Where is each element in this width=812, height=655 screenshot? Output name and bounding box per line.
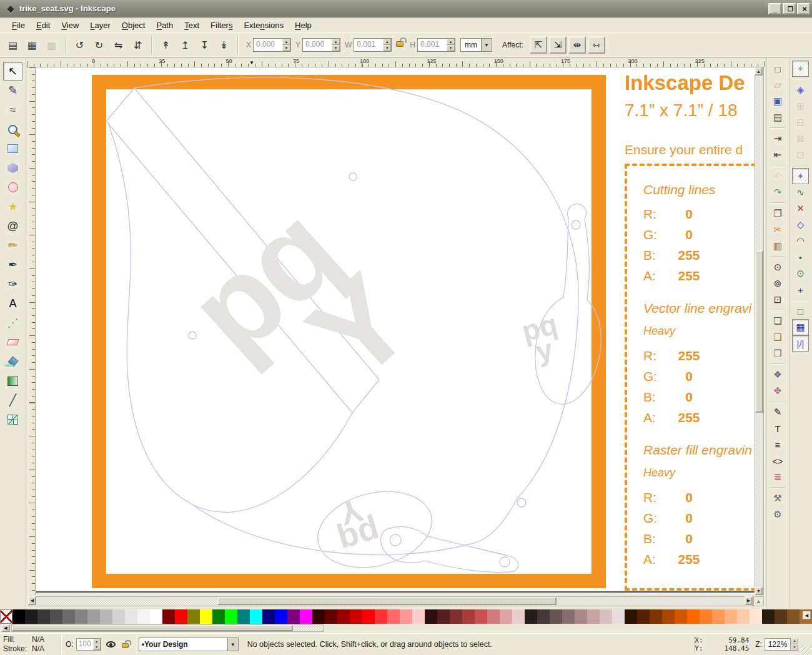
window-resize-grip[interactable] [801, 645, 811, 655]
layers-dialog-button[interactable]: ≡ [770, 436, 786, 453]
menu-text[interactable]: Text [179, 19, 205, 31]
horizontal-scrollbar[interactable]: ◀ ▶ [28, 596, 753, 606]
pen-tool[interactable]: ✒ [3, 255, 22, 274]
palette-scrollbar-thumb[interactable] [12, 625, 293, 631]
snap-nodes-button[interactable]: ⌖ [792, 168, 809, 184]
color-swatch[interactable] [512, 609, 525, 624]
x-field-input[interactable]: 0.000▲▼ [253, 38, 291, 52]
color-swatch[interactable] [437, 609, 450, 624]
scroll-down-icon[interactable]: ▼ [755, 587, 763, 595]
duplicate-button[interactable]: ❏ [770, 313, 786, 329]
zoom-spin-buttons[interactable]: ▲▼ [791, 638, 798, 651]
spin-up-icon[interactable]: ▲ [93, 639, 101, 644]
color-swatch[interactable] [775, 609, 787, 624]
new-document-button[interactable]: □ [770, 61, 786, 77]
color-swatch[interactable] [12, 609, 25, 624]
lock-ratio-icon[interactable] [396, 41, 404, 47]
color-swatch[interactable] [425, 609, 437, 624]
color-swatch[interactable] [787, 609, 800, 624]
opacity-spin-buttons[interactable]: ▲▼ [93, 639, 101, 650]
color-swatch[interactable] [712, 609, 725, 624]
zoom-tool[interactable] [3, 120, 22, 139]
spin-down-icon[interactable]: ▼ [332, 45, 340, 51]
color-managed-view-toggle[interactable]: ▲ [753, 596, 764, 606]
spin-down-icon[interactable]: ▼ [93, 644, 101, 650]
undo-button[interactable]: ↶ [770, 168, 786, 184]
color-swatch[interactable] [662, 609, 675, 624]
snap-bbox-edge-midpoints-button[interactable]: ⊠ [792, 131, 809, 147]
w-field-spin-buttons[interactable]: ▲▼ [383, 39, 391, 51]
color-swatch[interactable] [600, 609, 612, 624]
snap-bbox-edges-button[interactable]: ⊞ [792, 98, 809, 114]
h-field-input[interactable]: 0.001▲▼ [417, 38, 455, 52]
flip-vertical-button[interactable]: ⇵ [129, 36, 147, 54]
bucket-tool[interactable] [3, 352, 22, 371]
deselect-button[interactable]: ▩ [42, 36, 61, 54]
snap-bbox-button[interactable]: ◈ [792, 82, 809, 98]
menu-layer[interactable]: Layer [84, 19, 116, 31]
color-swatch[interactable] [300, 609, 312, 624]
layer-selector[interactable]: •Your Design ▼ [139, 638, 239, 651]
color-swatch[interactable] [337, 609, 350, 624]
snap-object-centers-button[interactable]: ⊙ [792, 265, 809, 282]
document-properties-button[interactable]: ⚙ [770, 506, 786, 523]
layer-lock-icon[interactable] [122, 643, 129, 648]
flip-horizontal-button[interactable]: ⇋ [109, 36, 127, 54]
color-swatch[interactable] [112, 609, 125, 624]
scroll-left-icon[interactable]: ◀ [28, 596, 36, 605]
color-swatch[interactable] [375, 609, 387, 624]
node-tool[interactable]: ✎ [3, 81, 22, 100]
color-swatch[interactable] [75, 609, 87, 624]
color-swatch[interactable] [700, 609, 712, 624]
affect-patterns-button[interactable]: ⇿ [588, 36, 605, 54]
color-swatch[interactable] [262, 609, 275, 624]
snap-paths-button[interactable]: ∿ [792, 184, 809, 200]
color-swatch[interactable] [612, 609, 625, 624]
rectangle-tool[interactable] [3, 139, 22, 158]
color-swatch[interactable] [525, 609, 537, 624]
snap-toggle-button[interactable]: ⌖ [792, 61, 809, 77]
color-swatch[interactable] [200, 609, 212, 624]
color-swatch[interactable] [762, 609, 775, 624]
select-all-layers-button[interactable]: ▦ [23, 36, 41, 54]
affect-corners-button[interactable]: ⇹ [568, 36, 586, 54]
color-swatch[interactable] [500, 609, 512, 624]
fill-stroke-button[interactable]: ✎ [770, 404, 786, 420]
snap-midpoints-button[interactable]: • [792, 249, 809, 265]
vertical-scrollbar[interactable]: ▲ ▼ [755, 67, 764, 595]
rotate-ccw-button[interactable]: ↺ [71, 36, 89, 54]
menu-object[interactable]: Object [116, 19, 151, 31]
menu-extensions[interactable]: Extensions [238, 19, 289, 31]
color-swatch[interactable] [137, 609, 150, 624]
color-swatch[interactable] [225, 609, 237, 624]
gradient-tool[interactable] [3, 372, 22, 390]
cut-button[interactable]: ✂ [770, 222, 786, 238]
color-swatch[interactable] [325, 609, 337, 624]
spiral-tool[interactable]: @ [3, 217, 22, 235]
y-field-spin-buttons[interactable]: ▲▼ [332, 39, 340, 51]
spin-down-icon[interactable]: ▼ [282, 45, 290, 51]
color-swatch[interactable] [175, 609, 187, 624]
close-button[interactable]: ✕ [797, 3, 810, 14]
group-button[interactable]: ❖ [770, 367, 786, 383]
color-swatch[interactable] [50, 609, 62, 624]
snap-guides-button[interactable]: |/| [792, 335, 809, 352]
layer-chevron-down-icon[interactable]: ▼ [227, 638, 238, 651]
palette-scrollbar-left-icon[interactable]: ◀ [1, 624, 10, 632]
color-swatch[interactable] [487, 609, 500, 624]
horizontal-ruler[interactable]: 0255075100125150175200225▼ [26, 58, 765, 67]
color-swatch[interactable] [250, 609, 262, 624]
spin-up-icon[interactable]: ▲ [282, 39, 290, 45]
color-swatch[interactable] [575, 609, 587, 624]
zoom-selection-button[interactable]: ⊙ [770, 259, 786, 275]
color-swatch[interactable] [475, 609, 487, 624]
color-swatch[interactable] [650, 609, 662, 624]
color-swatch[interactable] [687, 609, 700, 624]
spray-tool[interactable]: ⋰ [3, 313, 22, 332]
redo-button[interactable]: ↷ [770, 184, 786, 200]
eraser-tool[interactable] [3, 333, 22, 352]
color-swatch[interactable] [675, 609, 687, 624]
palette-scrollbar-track[interactable] [11, 624, 324, 632]
menu-edit[interactable]: Edit [31, 19, 56, 31]
palette-scrollbar[interactable]: ◀ [0, 624, 812, 633]
